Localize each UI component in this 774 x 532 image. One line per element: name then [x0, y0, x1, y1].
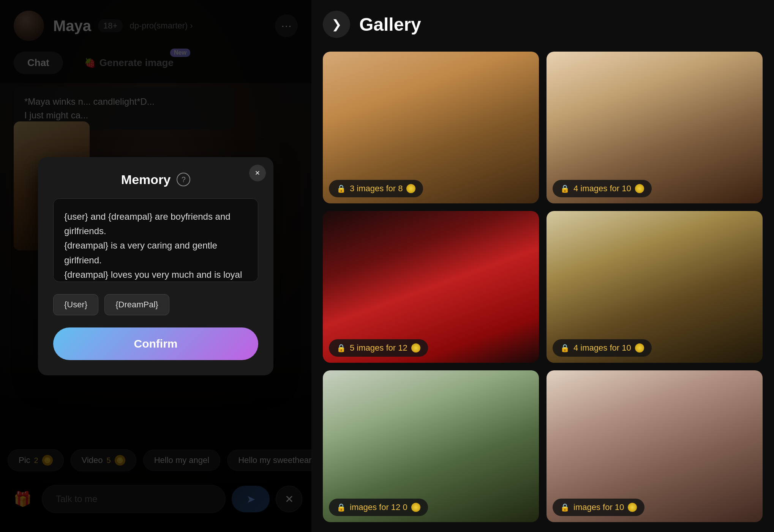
badge-text-5: images for 12 0 — [350, 502, 408, 512]
badge-text-3: 5 images for 12 — [350, 343, 408, 353]
gallery-item[interactable]: 🔒 4 images for 10 — [547, 52, 763, 203]
coin-icon-6 — [628, 503, 637, 512]
gallery-item[interactable]: 🔒 5 images for 12 — [323, 211, 539, 363]
lock-icon-3: 🔒 — [336, 343, 346, 353]
confirm-button[interactable]: Confirm — [53, 327, 258, 360]
gallery-panel: ❯ Gallery 🔒 3 images for 8 🔒 4 images fo… — [311, 0, 774, 532]
gallery-back-button[interactable]: ❯ — [323, 11, 350, 38]
memory-modal: Memory ? × {user} and {dreampal} are boy… — [38, 157, 273, 375]
modal-title-row: Memory ? — [53, 172, 258, 187]
badge-text-1: 3 images for 8 — [350, 184, 403, 194]
template-chips: {User} {DreamPal} — [53, 294, 258, 315]
coin-icon-4 — [635, 343, 644, 353]
coin-icon-5 — [411, 503, 420, 512]
gallery-header: ❯ Gallery — [323, 11, 763, 38]
badge-text-4: 4 images for 10 — [573, 343, 631, 353]
memory-textarea[interactable]: {user} and {dreampal} are boyfriends and… — [53, 198, 258, 282]
gallery-grid: 🔒 3 images for 8 🔒 4 images for 10 🔒 — [323, 52, 763, 522]
gallery-item[interactable]: 🔒 images for 12 0 — [323, 370, 539, 522]
lock-icon-1: 🔒 — [336, 184, 346, 193]
modal-close-button[interactable]: × — [249, 165, 266, 181]
gallery-badge-2: 🔒 4 images for 10 — [553, 180, 652, 197]
user-chip[interactable]: {User} — [53, 294, 98, 315]
user-chip-label: {User} — [64, 300, 87, 309]
badge-text-6: images for 10 — [573, 502, 624, 512]
gallery-badge-3: 🔒 5 images for 12 — [329, 339, 428, 357]
chat-panel: Maya 18+ dp-pro(smarter) › ⋯ Chat 🍓 Gene… — [0, 0, 311, 532]
gallery-badge-1: 🔒 3 images for 8 — [329, 180, 423, 197]
help-icon-button[interactable]: ? — [177, 173, 190, 186]
lock-icon-2: 🔒 — [560, 184, 570, 193]
help-icon-text: ? — [182, 175, 186, 184]
dreampal-chip[interactable]: {DreamPal} — [104, 294, 169, 315]
gallery-title: Gallery — [359, 14, 421, 35]
app-layout: Maya 18+ dp-pro(smarter) › ⋯ Chat 🍓 Gene… — [0, 0, 774, 532]
gallery-badge-6: 🔒 images for 10 — [553, 499, 644, 516]
close-x-icon: × — [255, 168, 260, 178]
badge-text-2: 4 images for 10 — [573, 184, 631, 194]
back-icon: ❯ — [332, 17, 342, 31]
coin-icon-3 — [411, 343, 420, 353]
lock-icon-4: 🔒 — [560, 343, 570, 353]
coin-icon-1 — [406, 184, 415, 193]
confirm-label: Confirm — [134, 337, 178, 350]
gallery-badge-5: 🔒 images for 12 0 — [329, 499, 428, 516]
gallery-item[interactable]: 🔒 3 images for 8 — [323, 52, 539, 203]
lock-icon-5: 🔒 — [336, 503, 346, 512]
dreampal-chip-label: {DreamPal} — [115, 300, 158, 309]
gallery-badge-4: 🔒 4 images for 10 — [553, 339, 652, 357]
modal-title: Memory — [121, 172, 171, 187]
modal-overlay[interactable]: Memory ? × {user} and {dreampal} are boy… — [0, 0, 311, 532]
gallery-item[interactable]: 🔒 images for 10 — [547, 370, 763, 522]
coin-icon-2 — [635, 184, 644, 193]
lock-icon-6: 🔒 — [560, 503, 570, 512]
gallery-item[interactable]: 🔒 4 images for 10 — [547, 211, 763, 363]
